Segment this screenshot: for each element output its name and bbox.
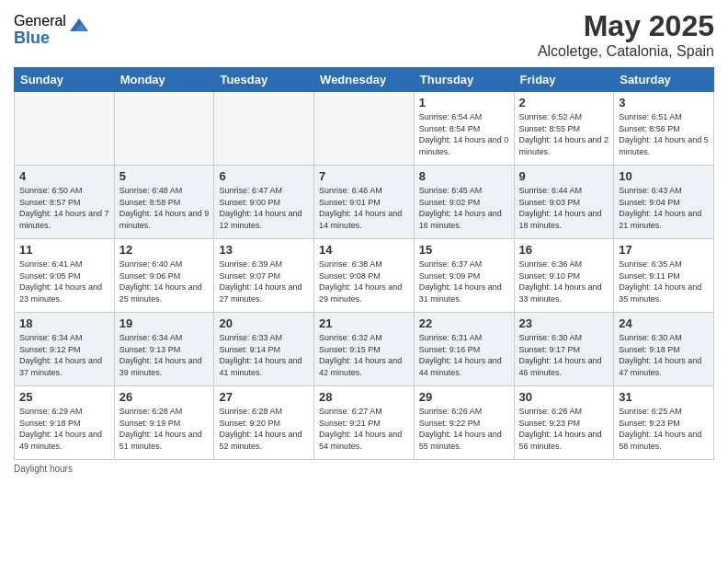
day-info: Sunrise: 6:28 AMSunset: 9:19 PMDaylight:… xyxy=(119,406,210,452)
day-info: Sunrise: 6:27 AMSunset: 9:21 PMDaylight:… xyxy=(319,406,409,452)
logo-blue: Blue xyxy=(14,29,66,48)
day-number: 8 xyxy=(419,169,509,183)
day-number: 31 xyxy=(619,390,709,404)
day-info: Sunrise: 6:26 AMSunset: 9:22 PMDaylight:… xyxy=(419,406,509,452)
calendar-cell-empty xyxy=(15,92,115,166)
calendar-header-row: SundayMondayTuesdayWednesdayThursdayFrid… xyxy=(15,68,714,92)
logo-icon xyxy=(68,15,90,37)
calendar-header-tuesday: Tuesday xyxy=(214,68,314,92)
day-number: 27 xyxy=(219,390,309,404)
calendar-cell-29: 29Sunrise: 6:26 AMSunset: 9:22 PMDayligh… xyxy=(414,386,514,460)
calendar-cell-27: 27Sunrise: 6:28 AMSunset: 9:20 PMDayligh… xyxy=(214,386,314,460)
day-info: Sunrise: 6:30 AMSunset: 9:17 PMDaylight:… xyxy=(519,332,609,378)
day-info: Sunrise: 6:26 AMSunset: 9:23 PMDaylight:… xyxy=(519,406,609,452)
day-info: Sunrise: 6:28 AMSunset: 9:20 PMDaylight:… xyxy=(219,406,309,452)
day-info: Sunrise: 6:45 AMSunset: 9:02 PMDaylight:… xyxy=(419,185,509,231)
calendar-cell-24: 24Sunrise: 6:30 AMSunset: 9:18 PMDayligh… xyxy=(614,313,714,386)
calendar-cell-22: 22Sunrise: 6:31 AMSunset: 9:16 PMDayligh… xyxy=(414,313,514,386)
day-number: 29 xyxy=(419,390,509,404)
calendar-cell-14: 14Sunrise: 6:38 AMSunset: 9:08 PMDayligh… xyxy=(314,239,415,313)
title-block: May 2025 Alcoletge, Catalonia, Spain xyxy=(538,9,714,60)
day-number: 16 xyxy=(519,243,609,257)
day-info: Sunrise: 6:50 AMSunset: 8:57 PMDaylight:… xyxy=(19,185,109,231)
calendar-cell-26: 26Sunrise: 6:28 AMSunset: 9:19 PMDayligh… xyxy=(114,386,214,460)
day-number: 14 xyxy=(319,243,409,257)
day-number: 26 xyxy=(119,390,210,404)
day-number: 9 xyxy=(519,169,609,183)
day-number: 2 xyxy=(519,96,609,109)
day-number: 17 xyxy=(619,243,709,257)
day-number: 11 xyxy=(19,243,109,257)
day-number: 15 xyxy=(419,243,509,257)
calendar-cell-1: 1Sunrise: 6:54 AMSunset: 8:54 PMDaylight… xyxy=(414,92,514,166)
day-number: 4 xyxy=(19,169,109,183)
calendar-cell-empty xyxy=(114,92,214,166)
day-number: 19 xyxy=(119,316,210,330)
calendar-table: SundayMondayTuesdayWednesdayThursdayFrid… xyxy=(14,67,714,460)
day-info: Sunrise: 6:43 AMSunset: 9:04 PMDaylight:… xyxy=(619,185,709,231)
calendar-cell-18: 18Sunrise: 6:34 AMSunset: 9:12 PMDayligh… xyxy=(15,313,115,386)
week-row-4: 25Sunrise: 6:29 AMSunset: 9:18 PMDayligh… xyxy=(15,386,714,460)
logo-general: General xyxy=(14,13,66,29)
day-number: 12 xyxy=(119,243,210,257)
day-info: Sunrise: 6:34 AMSunset: 9:12 PMDaylight:… xyxy=(19,332,109,378)
day-number: 20 xyxy=(219,316,309,330)
week-row-2: 11Sunrise: 6:41 AMSunset: 9:05 PMDayligh… xyxy=(15,239,714,313)
day-number: 21 xyxy=(319,316,409,330)
calendar-cell-31: 31Sunrise: 6:25 AMSunset: 9:23 PMDayligh… xyxy=(614,386,714,460)
logo-text: General Blue xyxy=(14,13,66,47)
calendar-cell-23: 23Sunrise: 6:30 AMSunset: 9:17 PMDayligh… xyxy=(514,313,614,386)
calendar-header-saturday: Saturday xyxy=(614,68,714,92)
day-info: Sunrise: 6:35 AMSunset: 9:11 PMDaylight:… xyxy=(619,259,709,304)
calendar-cell-8: 8Sunrise: 6:45 AMSunset: 9:02 PMDaylight… xyxy=(414,166,514,239)
day-number: 30 xyxy=(519,390,609,404)
day-info: Sunrise: 6:44 AMSunset: 9:03 PMDaylight:… xyxy=(519,185,609,231)
day-info: Sunrise: 6:52 AMSunset: 8:55 PMDaylight:… xyxy=(519,111,609,157)
day-number: 10 xyxy=(619,169,709,183)
day-info: Sunrise: 6:36 AMSunset: 9:10 PMDaylight:… xyxy=(519,259,609,304)
day-number: 25 xyxy=(19,390,109,404)
calendar-cell-25: 25Sunrise: 6:29 AMSunset: 9:18 PMDayligh… xyxy=(15,386,115,460)
day-info: Sunrise: 6:54 AMSunset: 8:54 PMDaylight:… xyxy=(419,111,509,157)
day-number: 5 xyxy=(119,169,210,183)
day-info: Sunrise: 6:30 AMSunset: 9:18 PMDaylight:… xyxy=(619,332,709,378)
calendar-cell-6: 6Sunrise: 6:47 AMSunset: 9:00 PMDaylight… xyxy=(214,166,314,239)
calendar-cell-17: 17Sunrise: 6:35 AMSunset: 9:11 PMDayligh… xyxy=(614,239,714,313)
page: General Blue May 2025 Alcoletge, Catalon… xyxy=(0,0,728,563)
month-title: May 2025 xyxy=(538,9,714,43)
week-row-3: 18Sunrise: 6:34 AMSunset: 9:12 PMDayligh… xyxy=(15,313,714,386)
day-number: 28 xyxy=(319,390,409,404)
logo: General Blue xyxy=(14,13,90,47)
calendar-cell-28: 28Sunrise: 6:27 AMSunset: 9:21 PMDayligh… xyxy=(314,386,415,460)
calendar-header-thursday: Thursday xyxy=(414,68,514,92)
calendar-cell-30: 30Sunrise: 6:26 AMSunset: 9:23 PMDayligh… xyxy=(514,386,614,460)
calendar-cell-19: 19Sunrise: 6:34 AMSunset: 9:13 PMDayligh… xyxy=(114,313,214,386)
calendar-cell-13: 13Sunrise: 6:39 AMSunset: 9:07 PMDayligh… xyxy=(214,239,314,313)
calendar-cell-20: 20Sunrise: 6:33 AMSunset: 9:14 PMDayligh… xyxy=(214,313,314,386)
day-info: Sunrise: 6:40 AMSunset: 9:06 PMDaylight:… xyxy=(119,259,210,304)
day-info: Sunrise: 6:29 AMSunset: 9:18 PMDaylight:… xyxy=(19,406,109,452)
day-number: 6 xyxy=(219,169,309,183)
day-info: Sunrise: 6:41 AMSunset: 9:05 PMDaylight:… xyxy=(19,259,109,304)
day-number: 3 xyxy=(619,96,709,109)
calendar-header-sunday: Sunday xyxy=(15,68,115,92)
day-info: Sunrise: 6:33 AMSunset: 9:14 PMDaylight:… xyxy=(219,332,309,378)
calendar-header-wednesday: Wednesday xyxy=(314,68,415,92)
day-number: 13 xyxy=(219,243,309,257)
calendar-cell-empty xyxy=(314,92,415,166)
calendar-header-monday: Monday xyxy=(114,68,214,92)
day-info: Sunrise: 6:47 AMSunset: 9:00 PMDaylight:… xyxy=(219,185,309,231)
day-info: Sunrise: 6:25 AMSunset: 9:23 PMDaylight:… xyxy=(619,406,709,452)
day-info: Sunrise: 6:37 AMSunset: 9:09 PMDaylight:… xyxy=(419,259,509,304)
day-info: Sunrise: 6:38 AMSunset: 9:08 PMDaylight:… xyxy=(319,259,409,304)
week-row-1: 4Sunrise: 6:50 AMSunset: 8:57 PMDaylight… xyxy=(15,166,714,239)
day-info: Sunrise: 6:34 AMSunset: 9:13 PMDaylight:… xyxy=(119,332,210,378)
calendar-cell-11: 11Sunrise: 6:41 AMSunset: 9:05 PMDayligh… xyxy=(15,239,115,313)
day-number: 23 xyxy=(519,316,609,330)
day-number: 22 xyxy=(419,316,509,330)
calendar-cell-10: 10Sunrise: 6:43 AMSunset: 9:04 PMDayligh… xyxy=(614,166,714,239)
calendar-cell-21: 21Sunrise: 6:32 AMSunset: 9:15 PMDayligh… xyxy=(314,313,415,386)
day-info: Sunrise: 6:32 AMSunset: 9:15 PMDaylight:… xyxy=(319,332,409,378)
day-number: 18 xyxy=(19,316,109,330)
day-number: 1 xyxy=(419,96,509,109)
